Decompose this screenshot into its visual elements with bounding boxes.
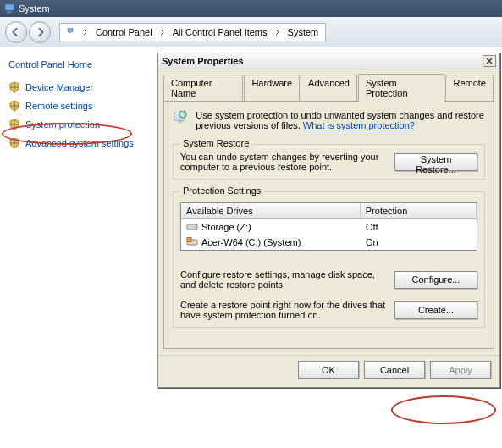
toolbar: Control Panel All Control Panel Items Sy… <box>0 17 502 47</box>
sidebar-item-remote-settings[interactable]: Remote settings <box>7 97 152 115</box>
protection-settings-group: Protection Settings Available Drives Pro… <box>173 191 485 328</box>
col-drives[interactable]: Available Drives <box>181 203 361 218</box>
sidebar-item-label: Remote settings <box>25 101 92 111</box>
restore-icon <box>173 110 189 136</box>
crumb-all-items[interactable]: All Control Panel Items <box>169 27 271 37</box>
apply-button[interactable]: Apply <box>430 361 491 379</box>
table-header: Available Drives Protection <box>181 203 477 219</box>
drive-name: Storage (Z:) <box>201 222 251 232</box>
dialog-title: System Properties <box>162 56 244 66</box>
svg-rect-2 <box>68 28 73 31</box>
what-is-system-protection-link[interactable]: What is system protection? <box>303 120 415 130</box>
ok-button[interactable]: OK <box>298 361 359 379</box>
breadcrumb[interactable]: Control Panel All Control Panel Items Sy… <box>59 23 326 41</box>
tab-remote[interactable]: Remote <box>445 75 494 102</box>
back-button[interactable] <box>5 21 27 43</box>
drive-icon <box>186 222 198 232</box>
table-row[interactable]: Storage (Z:) Off <box>181 219 477 235</box>
sidebar-item-system-protection[interactable]: System protection <box>7 115 152 134</box>
tab-advanced[interactable]: Advanced <box>301 75 357 102</box>
tabs: Computer Name Hardware Advanced System P… <box>158 69 499 102</box>
svg-rect-3 <box>69 32 72 33</box>
create-text: Create a restore point right now for the… <box>180 300 388 320</box>
shield-icon <box>8 81 20 93</box>
system-icon <box>3 3 15 14</box>
sidebar-item-label: Advanced system settings <box>25 138 134 148</box>
drive-protection: Off <box>361 219 477 235</box>
group-legend: System Restore <box>180 138 251 148</box>
svg-rect-5 <box>179 121 183 123</box>
configure-button[interactable]: Configure... <box>394 271 477 289</box>
system-restore-group: System Restore You can undo system chang… <box>173 144 485 180</box>
sidebar-item-advanced-system-settings[interactable]: Advanced system settings <box>7 134 152 152</box>
table-row[interactable]: Acer-W64 (C:) (System) On <box>181 235 477 250</box>
shield-icon <box>8 137 20 149</box>
sidebar: Control Panel Home Device Manager Remote… <box>0 47 157 152</box>
crumb-system[interactable]: System <box>284 27 323 37</box>
window-titlebar: System <box>0 0 502 17</box>
tab-system-protection[interactable]: System Protection <box>358 74 444 102</box>
shield-icon <box>8 100 20 112</box>
svg-rect-1 <box>7 12 11 14</box>
chevron-right-icon <box>79 27 92 37</box>
close-button[interactable] <box>483 55 496 67</box>
window-title: System <box>19 3 50 14</box>
control-panel-home-link[interactable]: Control Panel Home <box>7 56 152 78</box>
chevron-right-icon <box>271 27 284 37</box>
drive-protection: On <box>361 235 477 250</box>
shield-icon <box>8 119 20 130</box>
group-legend: Protection Settings <box>180 185 263 196</box>
dialog-buttons: OK Cancel Apply <box>158 355 499 387</box>
dialog-titlebar: System Properties <box>158 53 499 69</box>
forward-button[interactable] <box>29 21 51 43</box>
svg-point-7 <box>195 226 196 228</box>
tab-panel-system-protection: Use system protection to undo unwanted s… <box>163 101 494 349</box>
annotation-ellipse <box>391 395 496 424</box>
computer-icon <box>63 25 77 39</box>
cancel-button[interactable]: Cancel <box>364 361 425 379</box>
col-protection[interactable]: Protection <box>361 203 477 218</box>
sidebar-item-label: System protection <box>25 119 100 130</box>
system-restore-button[interactable]: System Restore... <box>394 153 477 171</box>
drive-system-icon <box>186 237 198 247</box>
chevron-right-icon <box>156 27 169 37</box>
system-properties-dialog: System Properties Computer Name Hardware… <box>157 53 500 388</box>
crumb-control-panel[interactable]: Control Panel <box>92 27 156 37</box>
svg-rect-0 <box>5 4 14 11</box>
create-button[interactable]: Create... <box>394 301 477 319</box>
sidebar-item-device-manager[interactable]: Device Manager <box>7 78 152 97</box>
restore-text: You can undo system changes by reverting… <box>180 152 388 172</box>
sidebar-item-label: Device Manager <box>25 82 93 92</box>
tab-computer-name[interactable]: Computer Name <box>163 75 243 102</box>
configure-text: Configure restore settings, manage disk … <box>180 269 388 290</box>
drives-table: Available Drives Protection Storage (Z:)… <box>180 202 477 251</box>
intro-section: Use system protection to undo unwanted s… <box>173 110 485 136</box>
drive-name: Acer-W64 (C:) (System) <box>201 237 301 247</box>
svg-rect-9 <box>187 238 191 242</box>
tab-hardware[interactable]: Hardware <box>244 75 300 102</box>
